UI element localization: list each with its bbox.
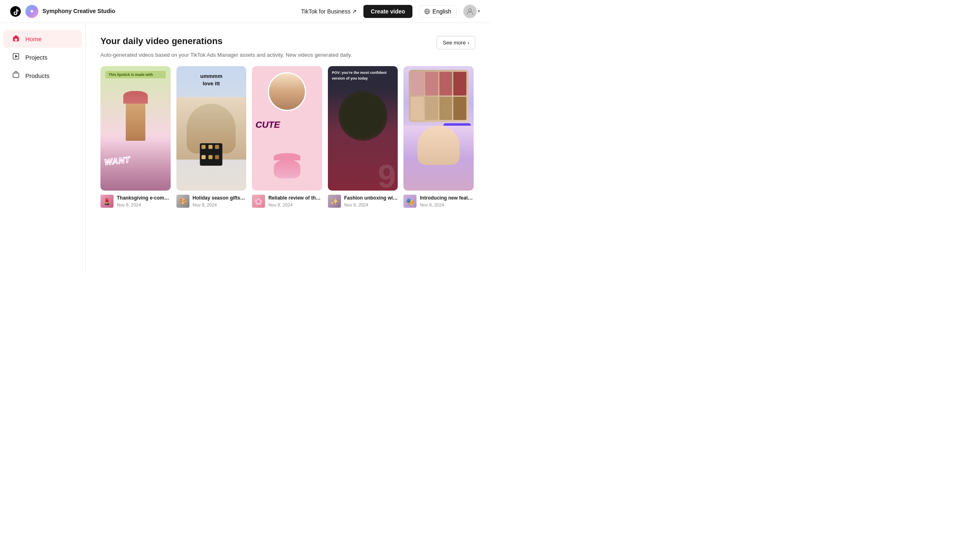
card4-title: Fashion unboxing with t... xyxy=(344,195,398,202)
see-more-label: See more xyxy=(443,40,466,46)
card2-palette xyxy=(200,143,223,166)
see-more-button[interactable]: See more › xyxy=(437,36,475,49)
card2-thumb-icon: 🎨 xyxy=(176,195,189,208)
video-thumbnail-4: POV: you're the most confident version o… xyxy=(328,66,398,191)
svg-point-4 xyxy=(469,9,472,11)
video-thumbnail-1: This lipstick is made with WANT xyxy=(100,66,171,191)
main-layout: Home Projects Products Your daily xyxy=(0,23,490,272)
brand-logo-area: ✦ Symphony Creative Studio xyxy=(10,5,115,18)
create-video-button[interactable]: Create video xyxy=(363,5,412,18)
products-icon xyxy=(11,71,20,80)
card4-top-text: POV: you're the most confident version o… xyxy=(332,70,394,81)
user-icon xyxy=(466,8,474,15)
card2-date: Nov 8, 2024 xyxy=(193,202,247,207)
card4-info: ✨ Fashion unboxing with t... Nov 8, 2024 xyxy=(328,195,398,208)
video-card-5[interactable]: you guys,this palette is it 🎭 Introducin… xyxy=(403,66,474,208)
card1-top-text: This lipstick is made with xyxy=(105,71,166,78)
card3-text-info: Reliable review of the pi... Nov 8, 2024 xyxy=(268,195,322,207)
see-more-chevron-icon: › xyxy=(468,40,469,46)
pink-product xyxy=(274,153,300,178)
language-selector[interactable]: English xyxy=(419,5,457,18)
card2-top-text: ummmmlove itt xyxy=(176,73,247,87)
card5-info: 🎭 Introducing new feature... Nov 8, 2024 xyxy=(403,195,474,208)
sidebar: Home Projects Products xyxy=(0,23,86,272)
card5-date: Nov 8, 2024 xyxy=(420,202,474,207)
avatar-button[interactable] xyxy=(463,4,477,18)
tiktok-icon xyxy=(10,6,21,17)
home-icon xyxy=(11,34,20,44)
main-content-area: Your daily video generations See more › … xyxy=(86,23,490,272)
video-thumbnail-5: you guys,this palette is it xyxy=(403,66,474,191)
video-card-2[interactable]: ummmmlove itt xyxy=(176,66,247,208)
top-nav-actions: TikTok for Business ↗ Create video Engli… xyxy=(301,4,480,18)
card1-thumb-icon: 💄 xyxy=(100,195,114,208)
tiktok-business-link[interactable]: TikTok for Business ↗ xyxy=(301,8,357,15)
card2-text-info: Holiday season gifts for... Nov 8, 2024 xyxy=(193,195,247,207)
card2-info: 🎨 Holiday season gifts for... Nov 8, 202… xyxy=(176,195,247,208)
lipstick-illustration xyxy=(123,91,148,141)
card1-text-info: Thanksgiving e-commerc... Nov 8, 2024 xyxy=(117,195,171,207)
card5-background: you guys,this palette is it xyxy=(403,66,474,191)
sidebar-item-products[interactable]: Products xyxy=(3,67,82,84)
video-thumbnail-2: ummmmlove itt xyxy=(176,66,247,191)
card3-background: CUTE xyxy=(252,66,322,191)
sidebar-projects-label: Projects xyxy=(25,54,47,61)
card3-info: 🌸 Reliable review of the pi... Nov 8, 20… xyxy=(252,195,322,208)
language-label: English xyxy=(432,8,451,15)
projects-icon xyxy=(11,53,20,62)
card5-eyeshadow-palette xyxy=(409,70,468,122)
video-grid: This lipstick is made with WANT xyxy=(100,66,475,208)
card5-person-area xyxy=(403,126,474,191)
top-navigation: ✦ Symphony Creative Studio TikTok for Bu… xyxy=(0,0,490,23)
studio-logo-icon: ✦ xyxy=(25,5,38,18)
card2-title: Holiday season gifts for... xyxy=(193,195,247,202)
sidebar-products-label: Products xyxy=(25,72,49,79)
video-card-3[interactable]: CUTE 🌸 Reliable review of the pi... xyxy=(252,66,322,208)
globe-icon xyxy=(424,9,430,14)
card1-background: This lipstick is made with WANT xyxy=(100,66,171,191)
avatar-dropdown-chevron: ▾ xyxy=(478,9,480,14)
svg-marker-7 xyxy=(15,55,18,58)
video-thumbnail-3: CUTE xyxy=(252,66,322,191)
sidebar-home-label: Home xyxy=(25,36,42,42)
card2-background: ummmmlove itt xyxy=(176,66,247,191)
video-card-1[interactable]: This lipstick is made with WANT xyxy=(100,66,171,208)
svg-point-0 xyxy=(10,6,21,17)
card1-date: Nov 8, 2024 xyxy=(117,202,171,207)
card1-info: 💄 Thanksgiving e-commerc... Nov 8, 2024 xyxy=(100,195,171,208)
card4-background: POV: you're the most confident version o… xyxy=(328,66,398,191)
person-circle xyxy=(268,72,306,111)
sidebar-item-projects[interactable]: Projects xyxy=(3,49,82,66)
card4-date: Nov 8, 2024 xyxy=(344,202,398,207)
video-card-4[interactable]: POV: you're the most confident version o… xyxy=(328,66,398,208)
card4-thumb-icon: ✨ xyxy=(328,195,341,208)
card5-text-info: Introducing new feature... Nov 8, 2024 xyxy=(420,195,474,207)
card3-title: Reliable review of the pi... xyxy=(268,195,322,202)
cute-sticker: CUTE xyxy=(256,120,280,130)
card3-thumb-icon: 🌸 xyxy=(252,195,265,208)
card4-text-info: Fashion unboxing with t... Nov 8, 2024 xyxy=(344,195,398,207)
card4-number-decoration: 9 xyxy=(378,160,396,191)
studio-brand-name: Symphony Creative Studio xyxy=(42,7,115,15)
svg-rect-5 xyxy=(15,39,17,41)
section-title: Your daily video generations xyxy=(100,36,223,47)
sidebar-item-home[interactable]: Home xyxy=(3,30,82,48)
section-subtitle: Auto-generated videos based on your TikT… xyxy=(100,52,475,58)
card3-date: Nov 8, 2024 xyxy=(268,202,322,207)
avatar-area[interactable]: ▾ xyxy=(463,4,480,18)
card5-title: Introducing new feature... xyxy=(420,195,474,202)
svg-rect-8 xyxy=(13,73,19,78)
card1-title: Thanksgiving e-commerc... xyxy=(117,195,171,202)
section-header: Your daily video generations See more › xyxy=(100,36,475,49)
card5-thumb-icon: 🎭 xyxy=(403,195,416,208)
